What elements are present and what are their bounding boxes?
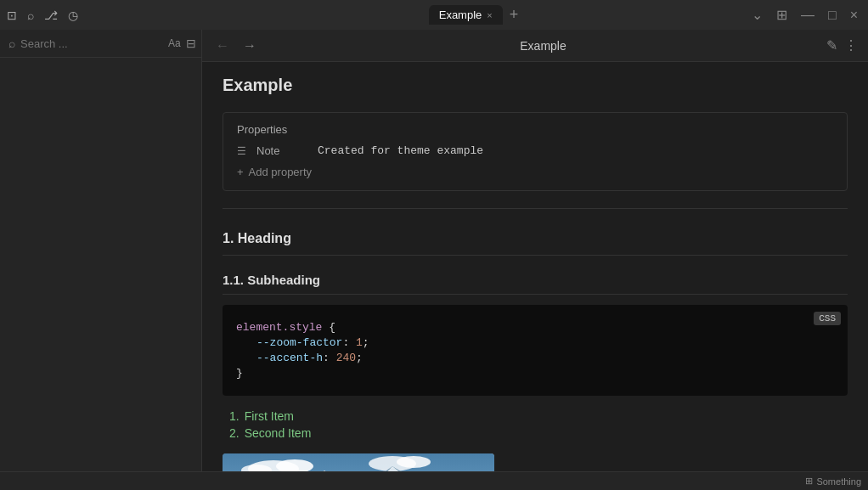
code-open-brace: { <box>322 321 335 334</box>
property-icon: ☰ <box>237 145 246 157</box>
properties-section: Properties ☰ Note Created for theme exam… <box>223 112 848 191</box>
titlebar-right: ⌄ ⊞ — □ × <box>748 5 861 25</box>
heading-1: 1. Heading <box>223 222 848 256</box>
active-tab[interactable]: Example × <box>429 5 503 25</box>
sidebar-toggle-icon[interactable]: ⊞ <box>773 5 791 25</box>
code-selector: element.style <box>236 321 322 334</box>
code-line-3: --accent-h: 240; <box>236 352 834 364</box>
page-title-header: Example <box>267 39 820 53</box>
chevron-down-icon[interactable]: ⌄ <box>748 5 766 25</box>
git-icon[interactable]: ⎇ <box>44 8 58 22</box>
close-icon[interactable]: × <box>847 6 861 25</box>
edit-icon[interactable]: ✎ <box>826 37 837 54</box>
property-value: Created for theme example <box>318 144 483 157</box>
add-property-button[interactable]: + Add property <box>237 164 833 180</box>
section-divider <box>223 208 848 209</box>
list-text-1: First Item <box>245 409 294 423</box>
code-line-2: --zoom-factor: 1; <box>236 336 834 349</box>
code-val-1: 1 <box>349 336 363 349</box>
search-icon: ⌕ <box>8 37 15 50</box>
filter-icon[interactable]: ⊟ <box>186 37 196 50</box>
new-tab-button[interactable]: + <box>506 6 522 24</box>
code-semi-1: ; <box>363 336 369 349</box>
code-colon-2: : <box>323 352 330 364</box>
add-property-icon: + <box>237 166 244 178</box>
list-item: 1. First Item <box>229 409 848 423</box>
main-layout: ⌕ Aa ⊟ ← → Example ✎ ⋮ Example Propertie… <box>0 30 868 471</box>
page-content: Example Properties ☰ Note Created for th… <box>202 62 868 471</box>
statusbar-item[interactable]: ⊞ Something <box>805 476 861 487</box>
code-close-brace: } <box>236 367 243 380</box>
svg-point-5 <box>397 456 431 468</box>
add-property-label: Add property <box>249 166 312 178</box>
tab-label: Example <box>439 8 482 21</box>
titlebar: ⊡ ⌕ ⎇ ◷ Example × + ⌄ ⊞ — □ × <box>0 0 868 30</box>
tab-close-button[interactable]: × <box>487 10 492 20</box>
numbered-list: 1. First Item 2. Second Item <box>223 409 848 440</box>
properties-heading: Properties <box>237 123 833 136</box>
content-image <box>223 453 494 471</box>
code-line-1: element.style { <box>236 321 834 334</box>
code-lang-badge: CSS <box>814 312 841 325</box>
list-num-2: 2. <box>229 426 240 440</box>
back-button[interactable]: ← <box>212 37 233 55</box>
code-block: CSS element.style { --zoom-factor: 1; --… <box>223 305 848 396</box>
statusbar: ⊞ Something <box>0 471 868 490</box>
history-icon[interactable]: ◷ <box>68 8 78 22</box>
window-icon: ⊡ <box>7 8 17 22</box>
list-text-2: Second Item <box>245 426 312 440</box>
maximize-icon[interactable]: □ <box>825 6 840 25</box>
property-row-note: ☰ Note Created for theme example <box>237 144 833 157</box>
sidebar: ⌕ Aa ⊟ <box>0 30 202 471</box>
search-bar: ⌕ Aa ⊟ <box>0 30 201 58</box>
content-area: ← → Example ✎ ⋮ Example Properties ☰ Not… <box>202 30 868 471</box>
forward-button[interactable]: → <box>240 37 260 55</box>
code-line-4: } <box>236 367 834 380</box>
content-header: ← → Example ✎ ⋮ <box>202 30 868 62</box>
code-val-2: 240 <box>330 352 356 364</box>
statusbar-label: Something <box>816 476 861 487</box>
page-title: Example <box>223 76 848 95</box>
titlebar-left: ⊡ ⌕ ⎇ ◷ <box>7 8 202 22</box>
search-icon-title[interactable]: ⌕ <box>27 8 34 22</box>
text-size-toggle[interactable]: Aa <box>168 37 181 49</box>
minimize-icon[interactable]: — <box>798 6 818 25</box>
code-semi-2: ; <box>356 352 363 364</box>
code-prop-1: --zoom-factor <box>256 336 342 349</box>
statusbar-icon: ⊞ <box>805 476 813 487</box>
list-num-1: 1. <box>229 409 240 423</box>
titlebar-tabs: Example × + <box>202 5 748 25</box>
code-prop-2: --accent-h <box>256 352 323 364</box>
search-input[interactable] <box>20 37 163 50</box>
heading-2: 1.1. Subheading <box>223 266 848 295</box>
property-name: Note <box>256 144 307 157</box>
more-icon[interactable]: ⋮ <box>844 37 858 54</box>
list-item: 2. Second Item <box>229 426 848 440</box>
